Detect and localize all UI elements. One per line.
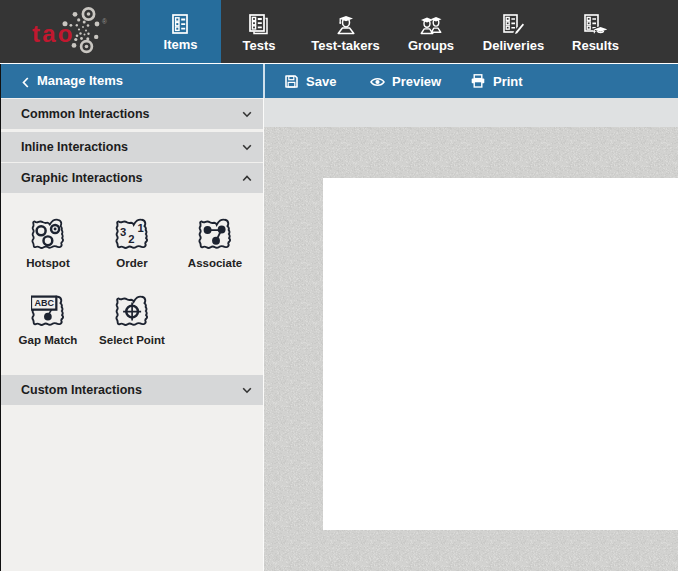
- svg-text:1: 1: [138, 222, 144, 234]
- svg-text:2: 2: [128, 233, 134, 245]
- svg-text:3: 3: [120, 226, 126, 238]
- svg-text:ABC: ABC: [35, 298, 55, 308]
- svg-text:tao: tao: [32, 20, 75, 47]
- svg-text:®: ®: [102, 18, 107, 25]
